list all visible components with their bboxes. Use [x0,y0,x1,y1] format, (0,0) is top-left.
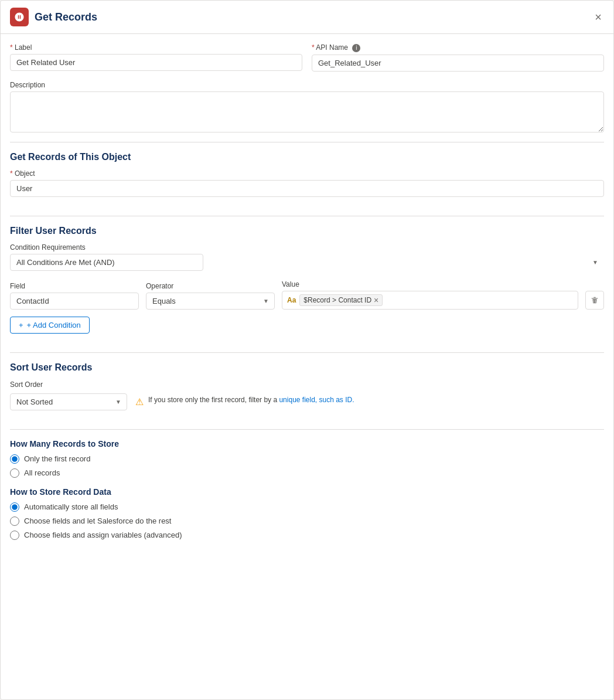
sort-section: Sort User Records Sort Order Not Sorted … [10,362,604,420]
sort-row: Not Sorted Ascending Descending ⚠ If you… [10,393,604,410]
value-tag-text: $Record > Contact ID [303,296,371,304]
filter-condition-row: Field Operator Equals Not Equal To Conta… [10,280,604,310]
description-input[interactable] [10,91,604,132]
divider-4 [10,429,604,430]
radio-first-record[interactable]: Only the first record [10,454,604,464]
how-to-store-title: How to Store Record Data [10,487,604,497]
radio-first-record-label: Only the first record [24,454,90,463]
warning-text: If you store only the first record, filt… [148,396,354,404]
modal-title: Get Records [35,11,97,23]
object-input[interactable] [10,180,604,197]
condition-requirements-group: Condition Requirements All Conditions Ar… [10,243,604,271]
radio-auto-store-label: Automatically store all fields [24,502,118,511]
radio-advanced-store-label: Choose fields and assign variables (adva… [24,531,182,539]
filter-section: Filter User Records Condition Requiremen… [10,226,604,343]
divider-3 [10,352,604,353]
trash-icon [591,296,599,304]
filter-operator-select-wrapper[interactable]: Equals Not Equal To Contains Starts With… [146,293,275,310]
label-required-marker: * [10,43,13,52]
condition-requirements-label: Condition Requirements [10,243,604,252]
delete-condition-button[interactable] [585,291,604,310]
sort-order-select[interactable]: Not Sorted Ascending Descending [10,393,127,410]
api-name-field-label: * API Name i [312,43,604,52]
radio-auto-store[interactable]: Automatically store all fields [10,502,604,512]
object-field-label: * Object [10,169,604,178]
radio-advanced-store[interactable]: Choose fields and assign variables (adva… [10,531,604,540]
description-group: Description [10,81,604,132]
modal-header: Get Records × [1,1,613,34]
close-button[interactable]: × [592,9,604,25]
filter-field-group: Field [10,282,139,310]
how-many-radio-group: Only the first record All records [10,454,604,478]
add-condition-button[interactable]: + + Add Condition [10,317,90,334]
filter-section-title: Filter User Records [10,226,604,236]
api-name-required-marker: * [312,43,315,52]
radio-advanced-store-input[interactable] [10,531,19,540]
api-name-group: * API Name i [312,43,604,72]
warning-link[interactable]: unique field, such as ID. [279,396,354,404]
get-records-section: Get Records of This Object * Object [10,152,604,206]
filter-value-input-wrapper[interactable]: Aa $Record > Contact ID × [282,291,578,310]
filter-operator-label: Operator [146,282,275,290]
filter-value-label: Value [282,280,578,288]
radio-all-records-input[interactable] [10,468,19,478]
get-records-section-title: Get Records of This Object [10,152,604,162]
object-required-marker: * [10,169,13,178]
add-condition-plus: + [19,321,23,329]
api-name-input[interactable] [312,55,604,72]
filter-value-group: Value Aa $Record > Contact ID × [282,280,578,310]
divider-1 [10,142,604,142]
radio-all-records[interactable]: All records [10,468,604,478]
label-group: * Label [10,43,302,72]
store-section: How Many Records to Store Only the first… [10,439,604,559]
modal-body: * Label * API Name i Description Get [1,34,613,559]
warning-icon: ⚠ [135,396,144,407]
label-text: Label [15,43,32,52]
radio-choose-store-input[interactable] [10,516,19,526]
radio-auto-store-input[interactable] [10,502,19,512]
object-label-text: Object [15,169,35,178]
flow-icon [10,8,29,26]
value-tag: $Record > Contact ID × [299,294,383,306]
description-label: Description [10,81,604,89]
label-field-label: * Label [10,43,302,52]
sort-section-title: Sort User Records [10,362,604,373]
filter-operator-group: Operator Equals Not Equal To Contains St… [146,282,275,310]
filter-field-input[interactable] [10,293,139,310]
label-input[interactable] [10,54,302,71]
divider-2 [10,216,604,216]
condition-requirements-select[interactable]: All Conditions Are Met (AND) Any Conditi… [10,254,203,271]
add-condition-label: + Add Condition [27,321,81,329]
modal-header-left: Get Records [10,8,97,26]
how-many-title: How Many Records to Store [10,439,604,448]
filter-operator-select[interactable]: Equals Not Equal To Contains Starts With… [146,293,275,310]
sort-order-select-wrapper[interactable]: Not Sorted Ascending Descending [10,393,127,410]
radio-first-record-input[interactable] [10,454,19,464]
radio-choose-store-label: Choose fields and let Salesforce do the … [24,516,171,525]
how-to-store-radio-group: Automatically store all fields Choose fi… [10,502,604,540]
sort-warning-message: ⚠ If you store only the first record, fi… [135,396,354,407]
value-tag-close-icon[interactable]: × [374,296,378,304]
radio-all-records-label: All records [24,468,60,477]
modal-container: Get Records × * Label * API Name i [0,0,614,700]
label-api-row: * Label * API Name i [10,43,604,72]
condition-requirements-select-wrapper[interactable]: All Conditions Are Met (AND) Any Conditi… [10,254,604,271]
api-name-info-icon[interactable]: i [352,44,360,52]
filter-field-label: Field [10,282,139,290]
api-name-label-text: API Name [316,43,348,52]
flow-svg-icon [14,12,25,22]
radio-choose-store[interactable]: Choose fields and let Salesforce do the … [10,516,604,526]
object-group: * Object [10,169,604,197]
sort-order-label: Sort Order [10,380,43,389]
value-type-icon: Aa [287,296,296,304]
